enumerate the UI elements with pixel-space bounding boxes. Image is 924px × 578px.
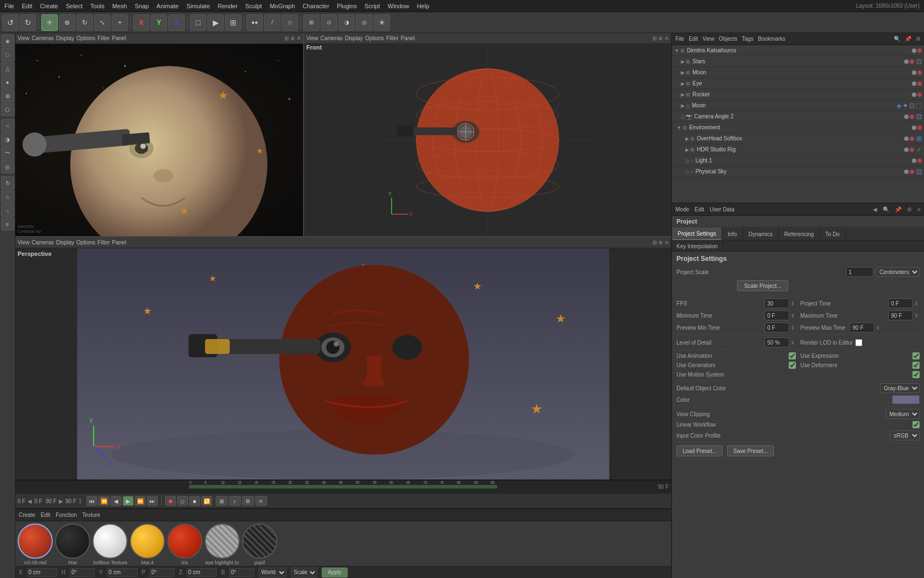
- obj-eye[interactable]: ▶ ⊞ Eye: [672, 78, 924, 89]
- vp-front[interactable]: View Cameras Display Options Filter Pane…: [304, 33, 671, 237]
- coord-world-select[interactable]: World Object: [258, 568, 287, 577]
- vp-main-render[interactable]: ★ ★ ★ MAXONCINEMA 4D: [15, 44, 303, 236]
- coord-b-input[interactable]: [229, 568, 254, 577]
- frame-field-current[interactable]: 0 F: [34, 498, 42, 504]
- sidebar-paint-btn[interactable]: ⬡: [1, 103, 14, 116]
- vp-persp-panel[interactable]: Panel: [112, 239, 127, 246]
- menu-animate[interactable]: Animate: [157, 3, 179, 9]
- props-lod-stepper[interactable]: ⬍: [790, 340, 795, 346]
- vp-front-cameras[interactable]: Cameras: [321, 35, 343, 41]
- obj-tags-menu[interactable]: Tags: [742, 36, 754, 42]
- vp-main-filter[interactable]: Filter: [97, 35, 109, 41]
- props-load-preset-btn[interactable]: Load Preset...: [676, 445, 723, 456]
- props-scale-btn[interactable]: Scale Project...: [737, 280, 788, 291]
- vp-front-view[interactable]: View: [306, 35, 318, 41]
- menu-help[interactable]: Help: [417, 3, 430, 9]
- menu-render[interactable]: Render: [218, 3, 238, 9]
- sym-btn[interactable]: ◑: [338, 14, 355, 31]
- obj-objects-menu[interactable]: Objects: [719, 36, 738, 42]
- vp-main-view[interactable]: View: [18, 35, 30, 41]
- tab-dynamics[interactable]: Dynamics: [743, 227, 779, 241]
- vp-front-panel[interactable]: Panel: [401, 35, 415, 41]
- props-prevmax-input[interactable]: [850, 323, 875, 332]
- z-axis-btn[interactable]: Z: [168, 14, 185, 31]
- props-arrow[interactable]: ◀: [873, 206, 877, 212]
- loop-btn[interactable]: 🔁: [201, 496, 212, 506]
- vp-front-display[interactable]: Display: [345, 35, 363, 41]
- x-axis-btn[interactable]: X: [133, 14, 150, 31]
- props-gen-check[interactable]: [789, 362, 796, 369]
- tab-info[interactable]: Info: [722, 227, 743, 241]
- play-reverse-btn[interactable]: ◀: [111, 496, 122, 506]
- menu-edit[interactable]: Edit: [22, 3, 32, 9]
- menu-mesh[interactable]: Mesh: [112, 3, 127, 9]
- solo-btn[interactable]: ◎: [356, 14, 372, 31]
- menu-plugins[interactable]: Plugins: [337, 3, 357, 9]
- sidebar-morph-btn[interactable]: ⌂: [1, 190, 14, 203]
- coord-x-input[interactable]: [27, 568, 57, 577]
- timeline-ruler[interactable]: 0 5 10 15 20 25 30 35 40: [15, 481, 671, 494]
- obj-softbox[interactable]: ▶ ⊞ OverHead Softbox ⊞: [672, 133, 924, 144]
- sidebar-poly-btn[interactable]: □: [1, 48, 14, 61]
- record-btn[interactable]: ⏺: [165, 496, 176, 506]
- move-tool[interactable]: ⊕: [59, 14, 75, 31]
- render-region[interactable]: ⊞: [225, 14, 241, 31]
- mat-item-pupil[interactable]: pupil: [242, 524, 277, 565]
- coord-h-input[interactable]: [70, 568, 95, 577]
- sidebar-obj-btn[interactable]: ◎: [1, 160, 14, 173]
- grid-btn[interactable]: ⊞: [303, 14, 320, 31]
- obj-dimitris[interactable]: ▼ ⊞ Dimitris Katsafouros: [672, 45, 924, 56]
- sidebar-weight-btn[interactable]: ⬦: [1, 204, 14, 217]
- obj-bookmarks-menu[interactable]: Bookmarks: [758, 36, 785, 42]
- vp-persp-view[interactable]: View: [18, 239, 30, 246]
- y-axis-btn[interactable]: Y: [151, 14, 167, 31]
- props-fps-input[interactable]: [765, 298, 789, 308]
- transform-tool[interactable]: +: [112, 14, 128, 31]
- obj-sky[interactable]: ◇ ○ Physical Sky ⊡: [672, 166, 924, 177]
- menu-character[interactable]: Character: [302, 3, 329, 9]
- props-prevmin-input[interactable]: [765, 323, 789, 332]
- subtab-key-interpolation[interactable]: Key Interpolation: [672, 241, 723, 252]
- frame-field-0f[interactable]: 0 F: [18, 498, 25, 504]
- vp-front-filter[interactable]: Filter: [386, 35, 398, 41]
- tab-referencing[interactable]: Referencing: [779, 227, 820, 241]
- mat-function[interactable]: Function: [56, 512, 76, 518]
- edges-mode[interactable]: /: [264, 14, 280, 31]
- props-deform-check[interactable]: [912, 362, 920, 369]
- mat-item-white[interactable]: Softbox Texture: [92, 524, 128, 565]
- stop-btn[interactable]: ■: [189, 496, 200, 506]
- coord-z-input[interactable]: [186, 568, 217, 577]
- props-expr-check[interactable]: [912, 352, 920, 359]
- sidebar-sculpt-btn[interactable]: ○: [1, 119, 14, 132]
- scale-tool[interactable]: ⤡: [94, 14, 111, 31]
- props-userdata[interactable]: User Data: [710, 206, 734, 212]
- menu-tools[interactable]: Tools: [90, 3, 105, 9]
- mat-item-red[interactable]: AS-05-red: [18, 524, 53, 565]
- obj-camera[interactable]: ◇ 📷 Camera Angle 2 ⊡: [672, 111, 924, 122]
- props-maxtime-input[interactable]: [888, 310, 913, 320]
- props-motion-check[interactable]: [912, 371, 920, 378]
- obj-view-menu[interactable]: View: [702, 36, 714, 42]
- mat-item-eye-highlight[interactable]: eye highlight (u: [205, 524, 240, 565]
- sidebar-anim-btn[interactable]: ↻: [1, 176, 14, 189]
- prev-frame-btn[interactable]: ⏪: [98, 496, 109, 506]
- obj-moon[interactable]: ▶ ⊞ Moon: [672, 67, 924, 78]
- props-defcolor-select[interactable]: Gray-Blue: [880, 383, 920, 393]
- undo-btn[interactable]: ↺: [2, 14, 19, 31]
- menu-script[interactable]: Script: [365, 3, 380, 9]
- props-mode[interactable]: Mode: [675, 206, 689, 212]
- props-anim-check[interactable]: [789, 352, 796, 359]
- obj-rocket[interactable]: ▶ ⊞ Rocket: [672, 89, 924, 100]
- poly-mode[interactable]: ◇: [282, 14, 298, 31]
- object-mode[interactable]: □: [190, 14, 206, 31]
- frame-field-90f[interactable]: 90 F: [46, 498, 57, 504]
- frame-field-end[interactable]: 90 F: [65, 498, 76, 504]
- sidebar-point-btn[interactable]: ●: [1, 75, 14, 89]
- vp-persp-options[interactable]: Options: [76, 239, 95, 246]
- mat-item-iris[interactable]: iris: [167, 524, 202, 565]
- coord-apply-btn[interactable]: Apply: [322, 568, 348, 577]
- redo-btn[interactable]: ↻: [20, 14, 36, 31]
- go-start-btn[interactable]: ⏮: [86, 496, 97, 506]
- obj-hdr[interactable]: ▶ ⊞ HDR Studio Rig ✓: [672, 144, 924, 155]
- sidebar-mirror-btn[interactable]: ◑: [1, 133, 14, 146]
